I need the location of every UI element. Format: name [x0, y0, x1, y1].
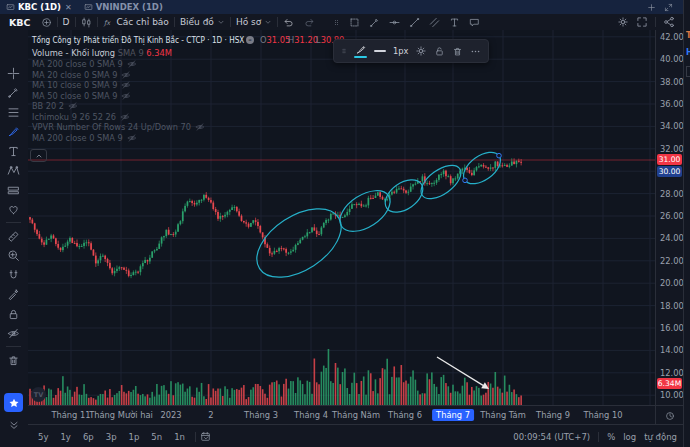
- range-6p-button[interactable]: 6p: [79, 432, 98, 442]
- time-tick-label: 2: [208, 410, 213, 420]
- sidebar-tool-crosshair-icon[interactable]: [0, 64, 27, 82]
- chart-style-button[interactable]: [76, 14, 97, 30]
- right-panel-sliver: T H: [683, 0, 690, 447]
- time-tick-label: Tháng 4: [294, 410, 328, 420]
- sidebar-tool-zoom-in-icon[interactable]: [0, 247, 27, 265]
- symbol-label: KBC: [9, 17, 31, 28]
- star-icon: [8, 397, 20, 409]
- line-width-button[interactable]: 1px: [393, 46, 408, 56]
- unlock-icon[interactable]: [434, 46, 445, 57]
- fullscreen-icon[interactable]: [636, 16, 648, 28]
- go-to-date-icon[interactable]: [200, 431, 211, 442]
- chart-layout-menu[interactable]: Biểu đồ: [175, 14, 230, 30]
- timezone-corner[interactable]: [655, 405, 684, 425]
- auto-scale-button[interactable]: tự động: [644, 432, 677, 442]
- settings-gear-icon[interactable]: [415, 45, 427, 57]
- sidebar-tool-lock-drawings-icon[interactable]: [0, 305, 27, 323]
- drawing-sidebar: [0, 30, 29, 447]
- sidebar-tool-brush-icon[interactable]: [0, 123, 27, 141]
- range-5n-button[interactable]: 5n: [147, 432, 166, 442]
- tool-pen-icon[interactable]: [369, 17, 380, 28]
- sliver-fragment: T: [686, 31, 690, 40]
- range-3p-button[interactable]: 3p: [102, 432, 121, 442]
- time-tick-label: Tháng 6: [388, 410, 422, 420]
- line-style-button[interactable]: [374, 50, 386, 52]
- time-tick-label: Tháng Tám: [480, 410, 525, 420]
- tool-parallel-channel-icon[interactable]: [429, 17, 440, 28]
- close-tab-icon[interactable]: ✕: [65, 3, 72, 12]
- chevron-down-icon: [264, 18, 272, 26]
- price-tick-label: 24.00: [660, 233, 684, 243]
- drag-handle-icon[interactable]: [333, 17, 340, 28]
- percent-scale-button[interactable]: %: [607, 432, 615, 442]
- time-tick-label: Tháng 10: [583, 410, 622, 420]
- range-5y-button[interactable]: 5y: [34, 432, 52, 442]
- undo-icon[interactable]: [278, 14, 299, 30]
- price-tick-label: 18.00: [660, 301, 684, 311]
- tool-text-icon[interactable]: [449, 17, 460, 28]
- sidebar-tool-remove-drawings-icon[interactable]: [0, 351, 27, 369]
- brush-color-button[interactable]: [354, 44, 367, 58]
- price-tick-label: 32.00: [660, 144, 684, 154]
- restore-window-icon[interactable]: [664, 3, 673, 12]
- chart-tab-icon: [84, 3, 93, 12]
- price-axis[interactable]: 31.00 30.00 6.34M 42.0040.0038.0036.0034…: [655, 30, 684, 405]
- candlestick-chart[interactable]: [28, 30, 655, 405]
- time-tick-label: Tháng 9: [536, 410, 570, 420]
- time-axis[interactable]: Tháng 11Tháng Mười hai20232Tháng 3Tháng …: [28, 405, 655, 425]
- compare-add-symbol-icon[interactable]: [36, 14, 57, 30]
- sidebar-tool-measure-icon[interactable]: [0, 227, 27, 245]
- profile-menu[interactable]: Hồ sơ: [231, 14, 277, 30]
- tradingview-logo: TV: [31, 387, 46, 402]
- sidebar-tool-hide-drawings-icon[interactable]: [0, 325, 27, 343]
- drawing-properties-toolbar: 1px: [333, 39, 489, 63]
- redo-icon[interactable]: [299, 14, 320, 30]
- tool-selection-rect-icon[interactable]: [349, 17, 360, 28]
- chart-menu-label: Biểu đồ: [180, 17, 214, 27]
- brush-icon: [355, 44, 367, 55]
- range-1n-button[interactable]: 1n: [170, 432, 189, 442]
- tool-trend-line-icon[interactable]: [409, 17, 420, 28]
- indicators-label: Các chỉ báo: [117, 17, 169, 27]
- sidebar-divider: [6, 222, 21, 223]
- sidebar-tool-trend-line-icon[interactable]: [0, 84, 27, 102]
- add-chart-tab-icon[interactable]: [647, 3, 656, 12]
- delete-drawing-icon[interactable]: [452, 46, 463, 57]
- svg-text:ƒx: ƒx: [103, 18, 111, 26]
- fx-icon: ƒx: [103, 17, 114, 28]
- tab-kbc[interactable]: KBC (1D) ✕: [0, 0, 78, 14]
- sidebar-tool-magnet-icon[interactable]: [0, 266, 27, 284]
- range-1y-button[interactable]: 1y: [56, 432, 74, 442]
- sidebar-tool-long-position-icon[interactable]: [0, 181, 27, 199]
- sliver-input-fragment: [686, 66, 690, 77]
- price-tick-label: 26.00: [660, 211, 684, 221]
- collapse-legend-button[interactable]: [30, 149, 47, 162]
- symbol-button[interactable]: KBC: [0, 14, 36, 30]
- log-scale-button[interactable]: log: [623, 432, 636, 442]
- range-1p-button[interactable]: 1p: [125, 432, 144, 442]
- drag-handle-icon[interactable]: [341, 46, 347, 56]
- tab-label: KBC (1D): [18, 2, 61, 12]
- sidebar-tool-emoji-icon[interactable]: [0, 201, 27, 219]
- show-object-tree-icon[interactable]: [0, 416, 27, 434]
- prev-close-badge: 30.00: [657, 166, 682, 177]
- clock-time[interactable]: 00:09:54 (UTC+7): [513, 432, 590, 442]
- chart-settings-gear-icon[interactable]: [617, 16, 629, 28]
- favorites-star-button[interactable]: [4, 393, 23, 412]
- more-options-icon[interactable]: [470, 46, 481, 57]
- interval-button[interactable]: D: [58, 14, 75, 30]
- tool-callout-icon[interactable]: [469, 17, 480, 28]
- price-tick-label: 36.00: [660, 99, 684, 109]
- tab-vnindex[interactable]: VNINDEX (1D): [78, 0, 169, 14]
- chart-area[interactable]: Tổng Công ty Phát triển Đô Thị Kinh Bắc …: [28, 30, 655, 405]
- indicators-button[interactable]: ƒx Các chỉ báo: [98, 14, 174, 30]
- share-icon[interactable]: [663, 16, 675, 28]
- chart-tab-icon: [6, 3, 15, 12]
- sidebar-tool-stay-in-drawing-mode-icon[interactable]: [0, 286, 27, 304]
- sidebar-tool-text-tool-icon[interactable]: [0, 142, 27, 160]
- sidebar-tool-xabcd-pattern-icon[interactable]: [0, 162, 27, 180]
- sidebar-tool-fib-retracement-icon[interactable]: [0, 103, 27, 121]
- interval-label: D: [63, 17, 70, 27]
- last-price-badge: 31.00: [657, 154, 682, 165]
- tool-horizontal-cross-line-icon[interactable]: [389, 17, 400, 28]
